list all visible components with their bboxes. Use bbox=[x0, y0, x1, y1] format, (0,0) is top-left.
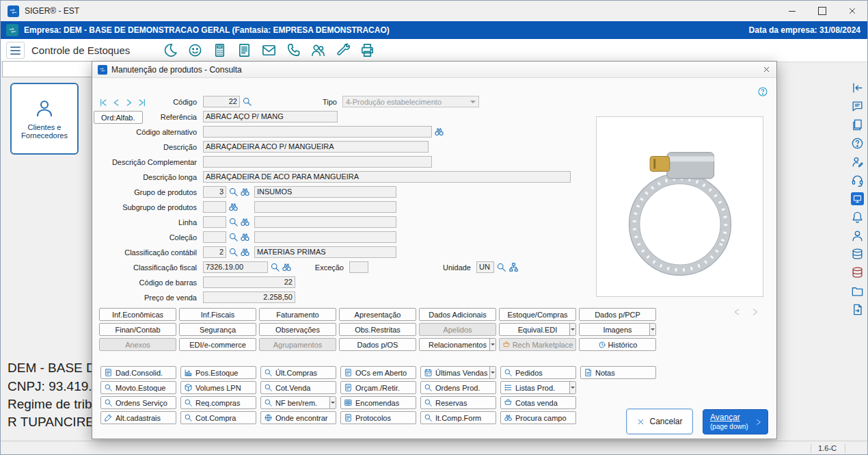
query-cot-venda-button[interactable]: Cot.Venda bbox=[260, 381, 336, 394]
codigo-alternativo-field[interactable] bbox=[203, 126, 432, 138]
tab-inf-fiscais-button[interactable]: Inf.Fiscais bbox=[179, 308, 256, 321]
tab-apresenta-o-button[interactable]: Apresentação bbox=[339, 308, 416, 321]
stack-icon[interactable] bbox=[851, 248, 864, 261]
tab-observa-es-button[interactable]: Observações bbox=[259, 323, 336, 336]
tab-relacionamentos-button[interactable]: Relacionamentos bbox=[419, 338, 496, 351]
collapse-icon[interactable] bbox=[851, 81, 864, 94]
tab-equival-edi-button[interactable]: Equival.EDI bbox=[499, 323, 576, 336]
tab-estoque-compras-button[interactable]: Estoque/Compras bbox=[499, 308, 576, 321]
mail-icon[interactable] bbox=[261, 42, 277, 58]
dropdown-mini-button[interactable] bbox=[329, 397, 336, 408]
dropdown-mini-button[interactable] bbox=[569, 324, 575, 335]
tab-dados-p-pcp-button[interactable]: Dados p/PCP bbox=[579, 308, 656, 321]
query-listas-prod-button[interactable]: Listas Prod. bbox=[500, 381, 576, 394]
colecao-search-icon[interactable] bbox=[228, 232, 239, 242]
query-ordens-prod-button[interactable]: Ordens Prod. bbox=[420, 381, 496, 394]
smiley-icon[interactable] bbox=[187, 42, 203, 58]
codigo-barras-field[interactable]: 22 bbox=[203, 276, 295, 288]
user-icon[interactable] bbox=[851, 229, 864, 242]
ord-alfab-button[interactable]: Ord:Alfab. bbox=[94, 111, 143, 124]
tab-hist-rico-button[interactable]: Histórico bbox=[579, 338, 656, 351]
linha-nome-field[interactable] bbox=[254, 216, 396, 228]
codigo-field[interactable]: 22 bbox=[203, 96, 240, 107]
query-req-compras-button[interactable]: Req.compras bbox=[180, 396, 256, 409]
nav-last-button[interactable] bbox=[137, 97, 148, 108]
clientes-fornecedores-card[interactable]: Clientes e Fornecedores bbox=[10, 83, 79, 155]
query-ordens-servi-o-button[interactable]: Ordens Serviço bbox=[100, 396, 176, 409]
cancel-button[interactable]: Cancelar bbox=[626, 408, 693, 434]
query-encomendas-button[interactable]: Encomendas bbox=[340, 396, 416, 409]
close-button[interactable] bbox=[837, 1, 867, 21]
unidade-field[interactable]: UN bbox=[476, 261, 494, 273]
grupo-nome-field[interactable]: INSUMOS bbox=[254, 186, 396, 198]
tab-imagens-button[interactable]: Imagens bbox=[579, 323, 656, 336]
tools-icon[interactable] bbox=[335, 42, 351, 58]
minimize-button[interactable] bbox=[777, 1, 807, 21]
subgrupo-binoculars-icon[interactable] bbox=[228, 202, 239, 212]
hamburger-menu-icon[interactable] bbox=[6, 42, 25, 59]
grupo-codigo-field[interactable]: 3 bbox=[203, 186, 226, 198]
codigo-search-icon[interactable] bbox=[242, 96, 252, 107]
image-next-icon[interactable] bbox=[750, 307, 761, 317]
help-icon[interactable] bbox=[851, 137, 864, 150]
dropdown-mini-button[interactable] bbox=[569, 382, 575, 393]
excecao-field[interactable] bbox=[349, 261, 368, 273]
descricao-longa-field[interactable]: ABRAÇADEIRA DE ACO PARA MANGUEIRA bbox=[203, 171, 571, 183]
image-prev-icon[interactable] bbox=[731, 307, 742, 317]
calculator-icon[interactable] bbox=[212, 42, 228, 58]
linha-codigo-field[interactable] bbox=[203, 216, 226, 228]
file-export-icon[interactable] bbox=[851, 303, 864, 316]
descricao-complementar-field[interactable] bbox=[203, 156, 432, 168]
nav-prev-button[interactable] bbox=[111, 97, 122, 108]
nav-next-button[interactable] bbox=[124, 97, 135, 108]
tab-obs-restritas-button[interactable]: Obs.Restritas bbox=[339, 323, 416, 336]
headset-icon[interactable] bbox=[851, 174, 864, 187]
query-notas-button[interactable]: Notas bbox=[580, 366, 656, 379]
query-it-comp-form-button[interactable]: It.Comp.Form bbox=[420, 411, 496, 424]
query-ltimas-vendas-button[interactable]: Últimas Vendas bbox=[420, 366, 496, 379]
dropdown-mini-button[interactable] bbox=[489, 367, 496, 378]
moon-icon[interactable] bbox=[163, 42, 178, 58]
stack-red-icon[interactable] bbox=[851, 266, 864, 279]
colecao-binoculars-icon[interactable] bbox=[240, 232, 250, 242]
query-procura-campo-button[interactable]: Procura campo bbox=[500, 411, 576, 424]
dropdown-mini-button[interactable] bbox=[489, 339, 496, 350]
class-contabil-nome-field[interactable]: MATERIAS PRIMAS bbox=[254, 246, 396, 258]
grupo-search-icon[interactable] bbox=[228, 187, 239, 197]
query-or-am-retir-button[interactable]: Orçam./Retir. bbox=[340, 381, 416, 394]
query-lt-compras-button[interactable]: Últ.Compras bbox=[260, 366, 336, 379]
query-pos-estoque-button[interactable]: Pos.Estoque bbox=[180, 366, 256, 379]
unidade-sitemap-icon[interactable] bbox=[508, 262, 519, 272]
class-contabil-binoculars-icon[interactable] bbox=[240, 247, 250, 257]
subgrupo-codigo-field[interactable] bbox=[203, 201, 226, 213]
maximize-button[interactable] bbox=[807, 1, 837, 21]
class-fiscal-binoculars-icon[interactable] bbox=[282, 262, 292, 272]
query-reservas-button[interactable]: Reservas bbox=[420, 396, 496, 409]
query-dad-consolid-button[interactable]: Dad.Consolid. bbox=[100, 366, 176, 379]
user-edit-icon[interactable] bbox=[851, 155, 864, 168]
tab-seguran-a-button[interactable]: Segurança bbox=[179, 323, 256, 336]
query-cot-compra-button[interactable]: Cot.Compra bbox=[180, 411, 256, 424]
subgrupo-nome-field[interactable] bbox=[254, 201, 396, 213]
dialog-close-icon[interactable] bbox=[762, 65, 771, 74]
class-contabil-codigo-field[interactable]: 2 bbox=[203, 246, 226, 258]
query-onde-encontrar-button[interactable]: Onde encontrar bbox=[260, 411, 336, 424]
module-icon[interactable] bbox=[851, 192, 864, 205]
advance-button[interactable]: Avançar (page down) bbox=[703, 409, 768, 434]
bell-icon[interactable] bbox=[851, 211, 864, 224]
tab-inf-econ-micas-button[interactable]: Inf.Econômicas bbox=[99, 308, 176, 321]
tab-dados-p-os-button[interactable]: Dados p/OS bbox=[339, 338, 416, 351]
pages-icon[interactable] bbox=[851, 118, 864, 131]
query-nf-ben-rem-button[interactable]: NF ben/rem. bbox=[260, 396, 336, 409]
folder-icon[interactable] bbox=[851, 285, 864, 298]
query-alt-cadastrais-button[interactable]: Alt.cadastrais bbox=[100, 411, 176, 424]
colecao-nome-field[interactable] bbox=[254, 231, 396, 243]
unidade-search-icon[interactable] bbox=[496, 262, 506, 272]
query-protocolos-button[interactable]: Protocolos bbox=[340, 411, 416, 424]
query-cotas-venda-button[interactable]: Cotas venda bbox=[500, 396, 576, 409]
printer-icon[interactable] bbox=[360, 42, 375, 58]
codigo-alternativo-binoculars-icon[interactable] bbox=[434, 127, 444, 137]
chat-icon[interactable] bbox=[851, 100, 864, 113]
class-fiscal-search-icon[interactable] bbox=[270, 262, 280, 272]
dropdown-mini-button[interactable] bbox=[649, 324, 655, 335]
